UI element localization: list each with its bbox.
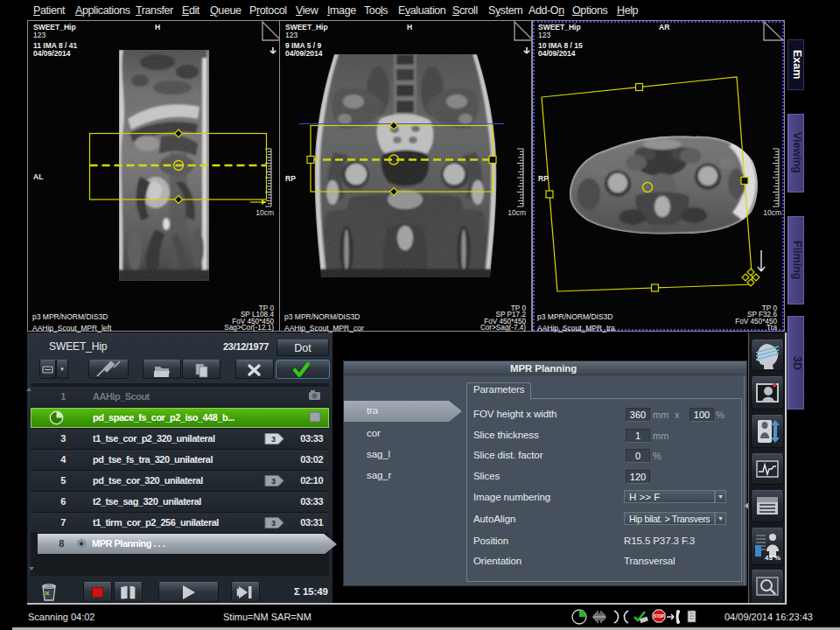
- svg-text:10cm: 10cm: [763, 208, 781, 217]
- svg-text:10cm: 10cm: [256, 208, 274, 217]
- svg-text:10cm: 10cm: [508, 208, 526, 217]
- svg-text:STOP: STOP: [654, 614, 664, 619]
